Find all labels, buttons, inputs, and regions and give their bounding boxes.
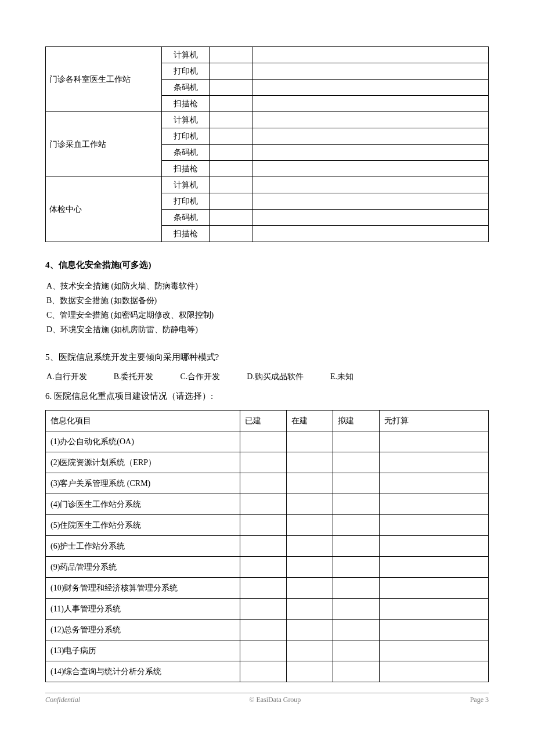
group-label: 门诊采血工作站: [46, 112, 162, 177]
equipment-name: 条码机: [162, 80, 210, 96]
equipment-name: 打印机: [162, 63, 210, 80]
cell: [380, 535, 489, 556]
footer-page-number: Page 3: [470, 694, 489, 705]
q6-header-project: 信息化项目: [46, 410, 240, 431]
cell: [240, 556, 287, 577]
cell: [287, 556, 333, 577]
equipment-name: 扫描枪: [162, 226, 210, 242]
cell: [287, 661, 333, 682]
cell: [240, 577, 287, 598]
group-label: 体检中心: [46, 177, 162, 242]
q5-option-d: D.购买成品软件: [247, 370, 304, 383]
equipment-name: 扫描枪: [162, 161, 210, 177]
cell: [210, 96, 252, 112]
q4-heading: 4、信息化安全措施(可多选): [45, 258, 489, 272]
footer-copyright: © EasiData Group: [80, 694, 470, 705]
footer-confidential: Confidential: [45, 694, 80, 705]
q4-option-a: A、技术安全措施 (如防火墙、防病毒软件): [46, 280, 489, 292]
q6-row-label: (5)住院医生工作站分系统: [46, 514, 240, 535]
cell: [380, 661, 489, 682]
cell: [380, 556, 489, 577]
cell: [380, 494, 489, 514]
q6-row-label: (12)总务管理分系统: [46, 619, 240, 640]
cell: [287, 619, 333, 640]
cell: [333, 556, 380, 577]
cell: [210, 145, 252, 161]
cell: [333, 452, 380, 473]
equipment-name: 扫描枪: [162, 96, 210, 112]
cell: [380, 619, 489, 640]
cell: [252, 63, 489, 80]
cell: [252, 226, 489, 242]
equipment-name: 计算机: [162, 47, 210, 63]
cell: [287, 431, 333, 452]
q5-option-b: B.委托开发: [114, 370, 154, 383]
cell: [252, 210, 489, 226]
q6-row-label: (4)门诊医生工作站分系统: [46, 494, 240, 514]
cell: [333, 640, 380, 661]
cell: [252, 80, 489, 96]
cell: [240, 473, 287, 494]
cell: [240, 598, 287, 619]
cell: [210, 47, 252, 63]
equipment-name: 条码机: [162, 210, 210, 226]
cell: [252, 161, 489, 177]
cell: [380, 598, 489, 619]
cell: [287, 452, 333, 473]
cell: [210, 161, 252, 177]
equipment-name: 条码机: [162, 145, 210, 161]
q6-row-label: (10)财务管理和经济核算管理分系统: [46, 577, 240, 598]
cell: [333, 598, 380, 619]
cell: [240, 640, 287, 661]
cell: [210, 112, 252, 128]
q5-heading: 5、医院信息系统开发主要倾向采用哪种模式?: [45, 351, 489, 364]
equipment-name: 计算机: [162, 177, 210, 193]
q5-option-e: E.未知: [330, 370, 353, 383]
q4-option-d: D、环境安全措施 (如机房防雷、防静电等): [46, 323, 489, 336]
q6-row-label: (13)电子病历: [46, 640, 240, 661]
q6-header-planned: 拟建: [333, 410, 380, 431]
cell: [333, 431, 380, 452]
equipment-name: 打印机: [162, 193, 210, 210]
q6-row-label: (3)客户关系管理系统 (CRM): [46, 473, 240, 494]
cell: [210, 80, 252, 96]
cell: [380, 431, 489, 452]
q5-options-row: A.自行开发 B.委托开发 C.合作开发 D.购买成品软件 E.未知: [46, 370, 489, 383]
q6-project-status-table: 信息化项目 已建 在建 拟建 无打算 (1)办公自动化系统(OA) (2)医院资…: [45, 410, 489, 682]
cell: [380, 452, 489, 473]
cell: [240, 452, 287, 473]
cell: [252, 177, 489, 193]
cell: [252, 193, 489, 210]
cell: [240, 619, 287, 640]
cell: [210, 210, 252, 226]
q6-row-label: (9)药品管理分系统: [46, 556, 240, 577]
cell: [287, 473, 333, 494]
cell: [380, 473, 489, 494]
cell: [240, 535, 287, 556]
q4-option-c: C、管理安全措施 (如密码定期修改、权限控制): [46, 309, 489, 321]
cell: [240, 431, 287, 452]
cell: [333, 661, 380, 682]
cell: [210, 63, 252, 80]
cell: [333, 577, 380, 598]
cell: [333, 514, 380, 535]
workstation-equipment-table: 门诊各科室医生工作站 计算机 打印机 条码机 扫描枪 门诊采血工作站 计算机: [45, 46, 489, 242]
cell: [252, 96, 489, 112]
q6-row-label: (6)护士工作站分系统: [46, 535, 240, 556]
q6-row-label: (1)办公自动化系统(OA): [46, 431, 240, 452]
cell: [210, 128, 252, 145]
equipment-name: 打印机: [162, 128, 210, 145]
q6-row-label: (2)医院资源计划系统（ERP）: [46, 452, 240, 473]
q6-heading: 6. 医院信息化重点项目建设情况（请选择）:: [45, 390, 489, 403]
cell: [333, 494, 380, 514]
cell: [287, 514, 333, 535]
cell: [287, 494, 333, 514]
q6-row-label: (14)综合查询与统计分析分系统: [46, 661, 240, 682]
q6-header-none: 无打算: [380, 410, 489, 431]
cell: [287, 640, 333, 661]
cell: [287, 598, 333, 619]
q4-option-b: B、数据安全措施 (如数据备份): [46, 294, 489, 307]
q6-header-built: 已建: [240, 410, 287, 431]
cell: [240, 514, 287, 535]
q5-option-a: A.自行开发: [46, 370, 87, 383]
